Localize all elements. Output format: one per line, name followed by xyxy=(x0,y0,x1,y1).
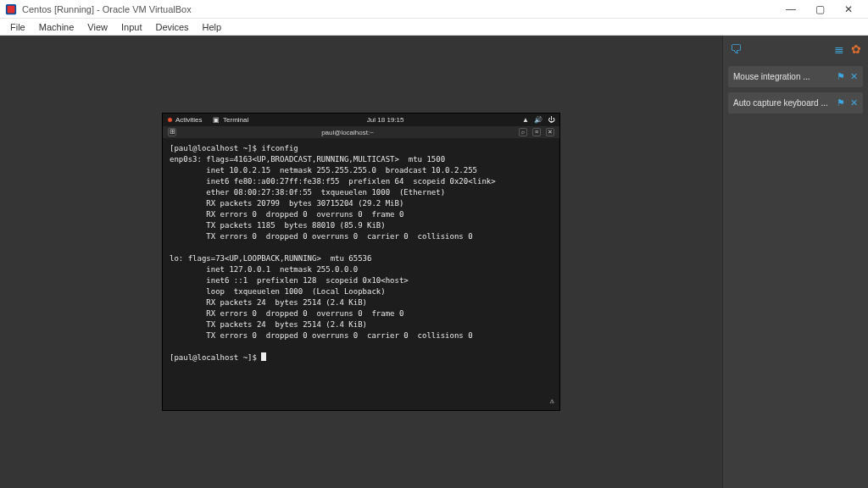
terminal-line: lo: flags=73<UP,LOOPBACK,RUNNING> mtu 65… xyxy=(170,254,371,263)
vm-display-area[interactable]: Activities ▣ Terminal Jul 18 19:15 ▲ 🔊 ⏻… xyxy=(0,36,722,488)
notification-item[interactable]: Mouse integration ... ⚑ ✕ xyxy=(728,66,863,87)
terminal-line: TX packets 1185 bytes 88010 (85.9 KiB) xyxy=(170,221,386,230)
pin-icon[interactable]: ⚑ xyxy=(837,71,845,82)
power-icon[interactable]: ⏻ xyxy=(548,116,554,124)
terminal-line: TX errors 0 dropped 0 overruns 0 carrier… xyxy=(170,232,473,241)
guest-os-screen[interactable]: Activities ▣ Terminal Jul 18 19:15 ▲ 🔊 ⏻… xyxy=(163,114,559,410)
menu-devices[interactable]: Devices xyxy=(148,20,195,34)
menu-file[interactable]: File xyxy=(3,20,32,34)
close-button[interactable]: ✕ xyxy=(834,3,863,15)
window-title: Centos [Running] - Oracle VM VirtualBox xyxy=(22,4,192,14)
virtualbox-icon xyxy=(5,3,17,15)
list-icon[interactable]: ≣ xyxy=(834,42,844,56)
terminal-line: TX errors 0 dropped 0 overruns 0 carrier… xyxy=(170,331,473,340)
terminal-line: RX errors 0 dropped 0 overruns 0 frame 0 xyxy=(170,309,403,318)
speech-bubble-icon[interactable]: 🗨 xyxy=(730,42,742,56)
notification-panel: 🗨 ≣ ✿ Mouse integration ... ⚑ ✕ Auto cap… xyxy=(722,36,868,488)
gnome-clock[interactable]: Jul 18 19:15 xyxy=(248,116,522,124)
menu-help[interactable]: Help xyxy=(196,20,229,34)
notification-item[interactable]: Auto capture keyboard ... ⚑ ✕ xyxy=(728,92,863,114)
volume-icon[interactable]: 🔊 xyxy=(534,116,542,124)
minimize-button[interactable]: — xyxy=(776,3,805,15)
activities-label: Activities xyxy=(175,116,203,124)
search-button[interactable]: ⌕ xyxy=(519,128,527,136)
terminal-line: enp0s3: flags=4163<UP,BROADCAST,RUNNING,… xyxy=(170,155,445,164)
network-icon[interactable]: ▲ xyxy=(522,116,529,124)
terminal-line: RX errors 0 dropped 0 overruns 0 frame 0 xyxy=(170,210,403,219)
hamburger-menu-button[interactable]: ≡ xyxy=(532,128,541,136)
maximize-button[interactable]: ▢ xyxy=(805,3,834,15)
terminal-line: RX packets 20799 bytes 30715204 (29.2 Mi… xyxy=(170,199,403,208)
terminal-line: inet6 ::1 prefixlen 128 scopeid 0x10<hos… xyxy=(170,276,409,285)
prompt: [paul@localhost ~]$ xyxy=(170,353,261,362)
command-text: ifconfig xyxy=(261,144,298,152)
terminal-close-button[interactable]: ✕ xyxy=(546,128,554,136)
activities-button[interactable]: Activities ▣ Terminal xyxy=(168,116,248,124)
terminal-line: RX packets 24 bytes 2514 (2.4 KiB) xyxy=(170,298,367,307)
notification-text: Auto capture keyboard ... xyxy=(733,98,832,108)
terminal-line: loop txqueuelen 1000 (Local Loopback) xyxy=(170,287,386,296)
terminal-line: TX packets 24 bytes 2514 (2.4 KiB) xyxy=(170,320,367,329)
menu-input[interactable]: Input xyxy=(114,20,148,34)
menu-machine[interactable]: Machine xyxy=(32,20,81,34)
new-tab-button[interactable]: ⊞ xyxy=(168,128,176,136)
terminal-app-label: Terminal xyxy=(223,116,248,124)
terminal-titlebar: ⊞ paul@localhost:~ ⌕ ≡ ✕ xyxy=(163,126,559,138)
menu-view[interactable]: View xyxy=(81,20,114,34)
svg-rect-1 xyxy=(8,5,15,13)
terminal-line: inet 10.0.2.15 netmask 255.255.255.0 bro… xyxy=(170,166,477,175)
dismiss-icon[interactable]: ✕ xyxy=(850,71,858,82)
warning-icon: ⚠ xyxy=(550,396,554,407)
activities-dot-icon xyxy=(168,118,172,122)
terminal-line: ether 08:00:27:38:0f:55 txqueuelen 1000 … xyxy=(170,188,445,197)
settings-icon[interactable]: ✿ xyxy=(851,42,861,56)
notification-text: Mouse integration ... xyxy=(733,72,832,81)
pin-icon[interactable]: ⚑ xyxy=(837,97,845,108)
menubar: File Machine View Input Devices Help xyxy=(0,19,868,36)
terminal-line: inet 127.0.0.1 netmask 255.0.0.0 xyxy=(170,265,358,274)
terminal-title: paul@localhost:~ xyxy=(181,129,514,136)
terminal-app-icon: ▣ xyxy=(213,116,220,124)
gnome-topbar: Activities ▣ Terminal Jul 18 19:15 ▲ 🔊 ⏻ xyxy=(163,114,559,126)
window-titlebar: Centos [Running] - Oracle VM VirtualBox … xyxy=(0,0,868,19)
terminal-cursor xyxy=(261,352,266,361)
terminal-output[interactable]: [paul@localhost ~]$ ifconfig enp0s3: fla… xyxy=(163,138,559,410)
prompt: [paul@localhost ~]$ xyxy=(170,144,261,152)
notification-header: 🗨 ≣ ✿ xyxy=(728,41,863,61)
dismiss-icon[interactable]: ✕ xyxy=(850,97,858,108)
terminal-line: inet6 fe80::a00:27ff:fe38:f55 prefixlen … xyxy=(170,177,496,186)
